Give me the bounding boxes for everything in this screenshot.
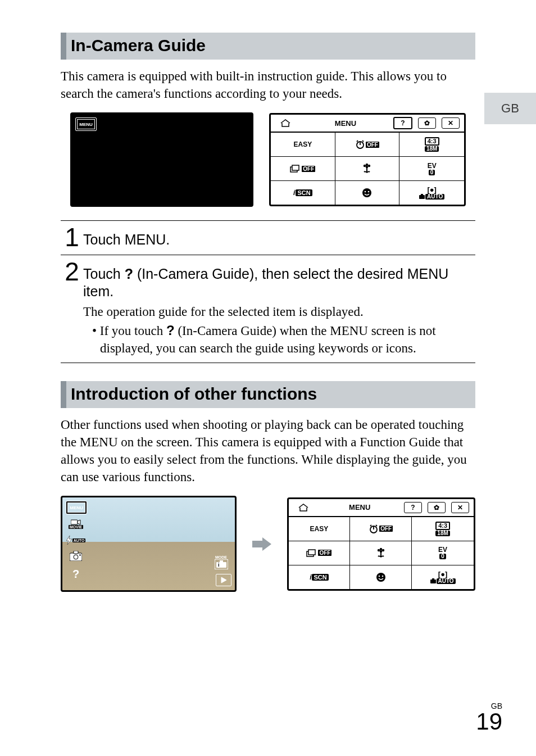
help-icon: ? [66, 567, 86, 581]
svg-point-9 [368, 191, 370, 193]
step-1-number: 1 [61, 224, 83, 250]
flower-icon [361, 163, 373, 174]
svg-point-29 [381, 575, 383, 577]
section-heading-other: Introduction of other functions [61, 381, 475, 408]
svg-rect-22 [308, 550, 315, 555]
menu-cell-burst: OFF [289, 541, 351, 565]
menu-cell-ev: EV 0 [399, 156, 464, 180]
section1-intro: This camera is equipped with built-in in… [61, 67, 475, 102]
menu-cell-easy: EASY [289, 517, 351, 541]
menu-button-icon: MENU [66, 501, 87, 514]
help-icon: ? [393, 117, 412, 129]
menu-panel: MENU ? ✿ ✕ EASY OFF 4:3 [269, 113, 466, 206]
menu-topbar: MENU ? ✿ ✕ [289, 499, 474, 517]
menu-cell-macro [350, 541, 412, 565]
svg-point-28 [378, 575, 380, 577]
step-2-text: Touch ? (In-Camera Guide), then select t… [83, 259, 475, 301]
menu-panel-2: MENU ? ✿ ✕ EASY OFF 4:318M [287, 497, 476, 591]
svg-point-24 [378, 549, 380, 551]
svg-point-3 [366, 166, 368, 168]
smile-icon [362, 188, 372, 198]
svg-rect-12 [71, 520, 78, 524]
camera-mini-icon [430, 578, 436, 583]
svg-rect-31 [432, 578, 434, 580]
step-2-number: 2 [61, 259, 83, 284]
menu-cell-recmode: [●] AUTO [399, 180, 464, 205]
svg-point-4 [364, 165, 366, 167]
svg-point-26 [380, 548, 382, 550]
figure-row-1: MENU MENU ? ✿ ✕ EASY [61, 112, 475, 207]
smile-icon [376, 572, 386, 582]
svg-point-7 [362, 188, 371, 197]
menu-cell-ev: EV0 [412, 541, 474, 565]
movie-icon: MOVIE [66, 517, 86, 531]
camera-mini-icon [419, 194, 425, 199]
svg-rect-30 [430, 580, 436, 583]
step-2-body: The operation guide for the selected ite… [61, 303, 475, 357]
svg-rect-2 [292, 165, 299, 170]
burst-icon [306, 549, 317, 558]
svg-point-6 [366, 164, 368, 166]
self-timer-icon [355, 139, 365, 150]
defocus-icon [66, 549, 86, 563]
svg-point-25 [382, 549, 384, 551]
section-heading-guide: In-Camera Guide [61, 33, 475, 60]
menu-cell-selftimer: OFF [335, 132, 400, 156]
home-icon [289, 504, 318, 511]
menu-cell-smile [350, 565, 412, 589]
flower-icon [375, 547, 387, 559]
home-icon [271, 119, 300, 127]
svg-text:i: i [218, 562, 220, 568]
svg-point-5 [368, 165, 370, 167]
language-tab: GB [484, 93, 536, 124]
step-2-note: The operation guide for the selected ite… [83, 303, 475, 320]
page-number-value: 19 [476, 710, 502, 734]
menu-cell-aspect: 4:3 18M [399, 132, 464, 156]
svg-rect-13 [70, 553, 82, 561]
menu-cell-selftimer: OFF [350, 517, 412, 541]
page-number: GB 19 [476, 702, 502, 734]
menu-topbar: MENU ? ✿ ✕ [271, 115, 464, 132]
question-mark-icon: ? [125, 266, 133, 282]
menu-cell-recmode: [●] AUTO [412, 565, 474, 589]
figure-row-2: MENU MOVIE AUTO ? [61, 496, 475, 592]
svg-rect-10 [419, 195, 425, 199]
svg-point-23 [380, 550, 382, 553]
scene-background [62, 497, 235, 590]
menu-cell-aspect: 4:318M [412, 517, 474, 541]
menu-cell-macro [335, 156, 400, 180]
menu-cell-iscn: i SCN [289, 565, 351, 589]
close-icon: ✕ [451, 502, 469, 513]
arrow-icon [252, 536, 271, 552]
gear-icon: ✿ [428, 502, 446, 513]
menu-button-label: MENU [79, 122, 93, 127]
menu-cell-iscn: i SCN [271, 180, 335, 205]
svg-rect-11 [421, 194, 423, 196]
close-icon: ✕ [442, 117, 460, 129]
question-mark-icon: ? [166, 323, 175, 338]
svg-point-8 [365, 191, 366, 193]
playback-icon [216, 574, 231, 586]
menu-title: MENU [300, 119, 391, 128]
flash-icon: AUTO [66, 535, 86, 546]
menu-cell-burst: OFF [271, 156, 335, 180]
lcd-shooting: MENU MOVIE AUTO ? [61, 496, 237, 592]
section-heading-other-text: Introduction of other functions [71, 384, 317, 403]
divider [61, 220, 475, 221]
svg-rect-14 [74, 551, 78, 554]
gear-icon: ✿ [418, 117, 436, 129]
menu-button-icon: MENU [75, 117, 97, 131]
svg-point-27 [376, 573, 385, 582]
step-1: 1 Touch MENU. [61, 224, 475, 250]
section2-intro: Other functions used when shooting or pl… [61, 416, 475, 486]
step-1-text: Touch MENU. [83, 224, 475, 248]
help-icon: ? [404, 502, 422, 513]
lcd-blank: MENU [70, 112, 253, 207]
burst-icon [290, 164, 301, 173]
section-heading-guide-text: In-Camera Guide [71, 36, 206, 55]
divider [61, 363, 475, 363]
menu-cell-easy: EASY [271, 132, 335, 156]
step-2-bullet: • If you touch ? (In-Camera Guide) when … [83, 322, 475, 357]
svg-rect-18 [220, 560, 223, 563]
menu-cell-smile [335, 180, 400, 205]
